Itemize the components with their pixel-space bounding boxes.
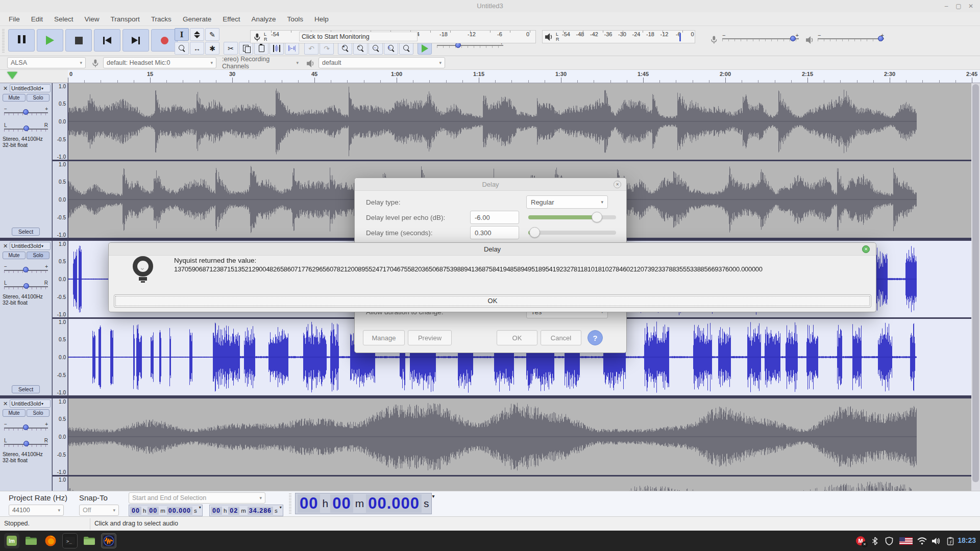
wifi-tray-icon[interactable] xyxy=(917,536,927,545)
audacity-app-button[interactable] xyxy=(101,533,116,548)
track-title-menu[interactable]: Untitled3old▾ xyxy=(10,242,51,250)
menu-item[interactable]: File xyxy=(3,15,26,23)
play-at-speed-button[interactable] xyxy=(418,42,432,55)
playback-meter[interactable]: L R -54-48-42-36-30-24-18-12-60 xyxy=(542,30,695,43)
pan-slider[interactable]: L R xyxy=(4,284,48,290)
delay-time-thumb[interactable] xyxy=(529,227,540,238)
solo-button[interactable]: Solo xyxy=(27,94,50,102)
terminal-button[interactable]: >_ xyxy=(62,533,78,548)
menu-item[interactable]: Tracks xyxy=(145,15,177,23)
waveform-left[interactable] xyxy=(68,83,971,160)
menu-item[interactable]: Help xyxy=(309,15,334,23)
menu-item[interactable]: View xyxy=(79,15,105,23)
selection-end-field[interactable]: 00h 02m 34.286s ▾ xyxy=(209,505,283,516)
pan-thumb[interactable] xyxy=(23,283,29,289)
minimize-button[interactable]: – xyxy=(941,2,951,11)
timeshift-tool-button[interactable]: ↔ xyxy=(190,42,204,55)
zoom-toggle-button[interactable] xyxy=(399,42,413,55)
cut-button[interactable]: ✂ xyxy=(224,42,238,55)
ok-button[interactable]: OK xyxy=(497,330,537,345)
menu-item[interactable]: Generate xyxy=(177,15,217,23)
silence-audio-button[interactable] xyxy=(285,42,299,55)
skip-end-button[interactable] xyxy=(122,29,149,52)
gain-slider[interactable]: − + xyxy=(4,425,48,431)
vertical-scale[interactable]: 1.00.50.0-0.5-1.0 xyxy=(53,161,68,238)
mute-button[interactable]: Mute xyxy=(3,252,26,259)
vertical-scale[interactable]: 1.00.50.0-0.5-1.0 xyxy=(53,319,68,395)
keyboard-layout-flag-icon[interactable] xyxy=(899,536,913,545)
draw-tool-button[interactable]: ✎ xyxy=(205,28,219,41)
clipboard-tray-icon[interactable] xyxy=(945,536,955,545)
monitoring-overlay[interactable]: Click to Start Monitoring xyxy=(299,32,418,41)
mute-button[interactable]: Mute xyxy=(3,409,26,417)
pan-thumb[interactable] xyxy=(23,441,29,446)
menu-item[interactable]: Effect xyxy=(217,15,246,23)
trim-audio-button[interactable] xyxy=(270,42,284,55)
gain-slider[interactable]: − + xyxy=(4,267,48,273)
recording-device-select[interactable]: default: Headset Mic:0▾ xyxy=(103,57,216,68)
timeline-ruler[interactable]: 01530451:001:151:301:452:002:152:302:45 xyxy=(68,70,980,83)
stop-button[interactable] xyxy=(65,29,92,52)
playback-volume-slider[interactable]: − + xyxy=(818,36,884,41)
gain-slider[interactable]: − + xyxy=(4,110,48,116)
recording-meter[interactable]: L R -54-48-42-36-30-24-18-12-60 Click to… xyxy=(250,30,536,43)
waveform-right[interactable] xyxy=(68,477,971,491)
pause-button[interactable] xyxy=(8,29,35,52)
chevron-down-icon[interactable]: ▾ xyxy=(280,505,282,510)
recording-volume-slider[interactable]: − + xyxy=(722,36,799,41)
snap-to-select[interactable]: Off▾ xyxy=(79,505,119,516)
maximize-button[interactable]: ▢ xyxy=(953,2,964,11)
bluetooth-tray-icon[interactable] xyxy=(870,536,880,545)
waveform-left[interactable] xyxy=(68,398,971,475)
zoom-tool-button[interactable] xyxy=(175,42,189,55)
vertical-scale[interactable]: 1.00.50.0-0.5-1.0 xyxy=(53,241,68,317)
record-button[interactable] xyxy=(151,29,178,52)
audio-host-select[interactable]: ALSA▾ xyxy=(7,57,86,68)
delay-time-input[interactable]: 0.300 xyxy=(470,226,519,239)
pan-slider[interactable]: L R xyxy=(4,126,48,132)
audio-position-field[interactable]: 00h 00m 00.000s ▾ xyxy=(295,493,432,514)
help-button[interactable]: ? xyxy=(587,330,603,345)
zoom-in-button[interactable]: + xyxy=(338,42,352,55)
zoom-out-button[interactable]: − xyxy=(353,42,368,55)
fit-project-button[interactable]: L xyxy=(384,42,398,55)
track-close-button[interactable]: ✕ xyxy=(2,400,9,408)
fit-selection-button[interactable]: ↔ xyxy=(369,42,383,55)
track-select-button[interactable]: Select xyxy=(12,228,40,236)
undo-button[interactable]: ↶ xyxy=(304,42,318,55)
scrollbar-thumb[interactable] xyxy=(972,84,979,482)
mint-menu-button[interactable]: lm xyxy=(4,533,19,548)
playback-device-select[interactable]: default▾ xyxy=(318,57,445,68)
delay-type-select[interactable]: Regular▾ xyxy=(526,195,608,209)
selection-tool-button[interactable]: I xyxy=(175,28,189,41)
envelope-tool-button[interactable] xyxy=(190,28,204,41)
selection-mode-select[interactable]: Start and End of Selection▾ xyxy=(129,492,265,504)
copy-button[interactable] xyxy=(239,42,253,55)
recording-volume-thumb[interactable] xyxy=(790,36,796,41)
project-rate-select[interactable]: 44100▾ xyxy=(9,505,64,516)
close-icon[interactable]: ✕ xyxy=(862,245,870,253)
delay-time-slider[interactable] xyxy=(528,231,616,235)
skip-start-button[interactable] xyxy=(94,29,120,52)
paste-button[interactable] xyxy=(254,42,268,55)
recording-channels-select[interactable]: :ereo) Recording Channels▾ xyxy=(218,57,302,68)
cancel-button[interactable]: Cancel xyxy=(541,330,581,345)
shield-tray-icon[interactable] xyxy=(884,536,894,545)
preview-button[interactable]: Preview xyxy=(408,330,452,345)
timeline-pin-icon[interactable] xyxy=(7,72,17,79)
menu-item[interactable]: Select xyxy=(48,15,79,23)
pan-thumb[interactable] xyxy=(23,126,29,131)
vertical-scrollbar[interactable] xyxy=(971,83,980,491)
multi-tool-button[interactable]: ✱ xyxy=(205,42,219,55)
track-close-button[interactable]: ✕ xyxy=(2,242,9,250)
manage-button[interactable]: Manage xyxy=(363,330,405,345)
close-icon[interactable]: ✕ xyxy=(614,181,621,188)
toolbar-grip[interactable] xyxy=(289,493,291,515)
ok-button[interactable]: OK xyxy=(114,294,871,308)
vertical-scale[interactable]: 1.00.50.0-0.5-1.0 xyxy=(53,398,68,475)
gain-thumb[interactable] xyxy=(23,424,29,430)
vertical-scale[interactable]: 1.0 xyxy=(53,477,68,491)
redo-button[interactable]: ↷ xyxy=(320,42,334,55)
files-button[interactable] xyxy=(23,533,39,548)
delay-level-slider[interactable] xyxy=(528,215,616,219)
